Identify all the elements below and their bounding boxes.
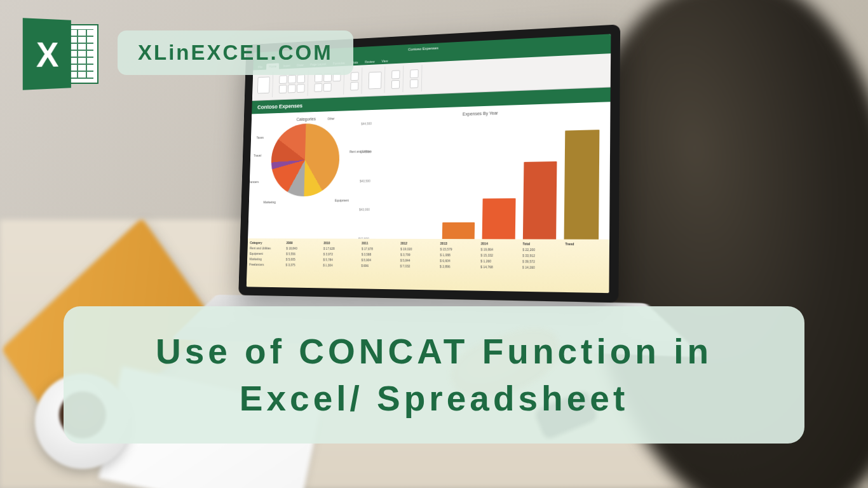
find-btn[interactable] bbox=[410, 79, 419, 88]
brand-logo: X bbox=[22, 19, 98, 89]
font-btn[interactable] bbox=[297, 84, 305, 93]
ribbon-styles bbox=[365, 67, 385, 94]
font-btn[interactable] bbox=[288, 84, 296, 93]
expenses-data-table: Category 2009 2010 2011 2012 2013 2014 T… bbox=[247, 238, 609, 293]
font-btn[interactable] bbox=[297, 74, 305, 83]
sheet-content: Categories Rent and Utilities Equipment … bbox=[247, 102, 611, 293]
delete-cell-btn[interactable] bbox=[391, 79, 400, 88]
excel-app-icon: X bbox=[22, 19, 98, 89]
paste-button[interactable] bbox=[257, 76, 270, 93]
pie-label-marketing: Marketing bbox=[263, 200, 275, 204]
insert-cell-btn[interactable] bbox=[391, 70, 400, 79]
font-btn[interactable] bbox=[279, 85, 287, 93]
website-url-text: XLinEXCEL.COM bbox=[138, 41, 333, 64]
align-btn[interactable] bbox=[314, 83, 322, 92]
website-url-badge: XLinEXCEL.COM bbox=[118, 30, 353, 75]
pie-label-other: Other bbox=[327, 117, 334, 121]
font-btn[interactable] bbox=[279, 75, 287, 84]
pie-label-freelancers: Freelancers bbox=[247, 180, 259, 184]
excel-icon-x: X bbox=[23, 18, 71, 90]
pie-label-travel: Travel bbox=[254, 154, 261, 158]
font-btn[interactable] bbox=[288, 74, 296, 83]
align-btn[interactable] bbox=[323, 83, 332, 92]
sheet-banner-text: Contoso Expenses bbox=[257, 103, 302, 111]
cond-format-btn[interactable] bbox=[369, 71, 382, 89]
pie-label-taxes: Taxes bbox=[257, 135, 264, 139]
categories-pie-chart: Rent and Utilities Equipment Marketing F… bbox=[270, 123, 340, 197]
sort-btn[interactable] bbox=[410, 69, 418, 78]
ribbon-cells bbox=[388, 65, 403, 93]
window-title: Contoso Expenses bbox=[408, 46, 438, 51]
headline-badge: Use of CONCAT Function in Excel/ Spreads… bbox=[64, 306, 804, 444]
pie-chart-title: Categories bbox=[256, 115, 358, 123]
ribbon-editing bbox=[407, 65, 422, 92]
number-btn[interactable] bbox=[351, 72, 359, 81]
headline-text: Use of CONCAT Function in Excel/ Spreads… bbox=[156, 332, 712, 418]
number-btn[interactable] bbox=[350, 81, 358, 90]
ribbon-clipboard bbox=[254, 72, 273, 98]
pie-label-equip: Equipment bbox=[335, 198, 349, 202]
